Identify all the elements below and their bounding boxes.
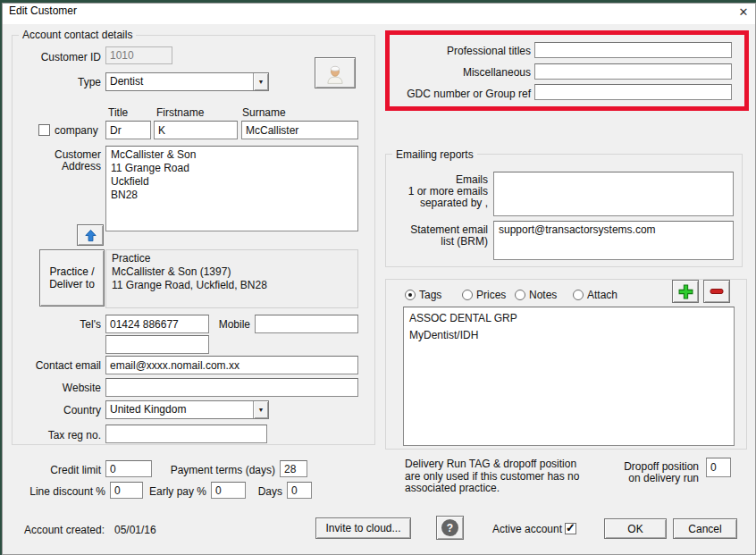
ok-button[interactable]: OK — [604, 518, 667, 539]
attach-radio-label[interactable]: Attach — [587, 290, 617, 301]
credit-limit-field[interactable] — [105, 460, 152, 477]
active-account-label: Active account — [492, 524, 562, 535]
chevron-down-icon[interactable]: ▼ — [253, 401, 268, 418]
website-label: Website — [21, 383, 101, 394]
contact-email-label: Contact email — [21, 360, 101, 372]
type-label: Type — [21, 77, 101, 88]
notes-radio-label[interactable]: Notes — [529, 290, 557, 301]
practice-info-panel: Practice McCallister & Son (1397) 11 Gra… — [105, 249, 358, 308]
emails-field[interactable] — [493, 172, 734, 216]
miscellaneous-field[interactable] — [534, 63, 732, 80]
minus-icon — [709, 285, 725, 298]
chevron-down-icon[interactable]: ▼ — [253, 73, 268, 90]
credit-limit-label: Credit limit — [21, 465, 101, 476]
title-column-label: Title — [108, 107, 128, 119]
copy-address-up-button[interactable] — [77, 224, 104, 246]
notes-radio[interactable] — [515, 290, 525, 300]
arrow-up-icon — [84, 229, 97, 242]
professional-titles-field[interactable] — [534, 42, 732, 58]
emailing-reports-group-label: Emailing reports — [392, 148, 477, 161]
prices-radio[interactable] — [462, 290, 473, 300]
tags-list[interactable]: ASSOC DENTAL GRP MyDentist/IDH — [403, 307, 735, 446]
title-bar — [3, 4, 755, 24]
practice-deliver-to-button[interactable]: Practice / Deliver to — [39, 249, 105, 307]
dialog-title: Edit Customer — [9, 4, 77, 17]
invite-to-cloud-button[interactable]: Invite to cloud... — [315, 517, 411, 539]
cancel-button[interactable]: Cancel — [673, 518, 737, 539]
statement-email-label: Statement email list (BRM) — [390, 224, 488, 248]
company-checkbox[interactable] — [38, 124, 50, 136]
dropoff-position-label: Dropoff position on delivery run — [609, 461, 699, 484]
account-created-label: Account created: — [24, 525, 105, 536]
delivery-note: Delivery Run TAG & dropoff position are … — [405, 458, 579, 495]
dropoff-position-field[interactable] — [706, 458, 731, 477]
miscellaneous-label: Miscellaneous — [397, 67, 531, 79]
firstname-column-label: Firstname — [156, 107, 204, 119]
account-created-value: 05/01/16 — [114, 525, 156, 536]
line-discount-label: Line discount % — [21, 486, 105, 498]
firstname-field[interactable] — [154, 121, 238, 139]
customer-id-field — [105, 46, 172, 64]
tags-radio-label[interactable]: Tags — [419, 290, 441, 301]
tels-label: Tel's — [21, 319, 101, 331]
company-label: company — [55, 125, 98, 137]
edit-customer-dialog-screen: Edit Customer ✕ Account contact details … — [0, 0, 756, 555]
days-field[interactable] — [287, 482, 312, 499]
mobile-field[interactable] — [255, 315, 358, 333]
payment-terms-label: Payment terms (days) — [168, 465, 275, 476]
avatar-button[interactable] — [315, 57, 356, 88]
professional-titles-label: Professional titles — [397, 46, 531, 57]
type-selected-value: Dentist — [106, 73, 253, 90]
emails-label: Emails 1 or more emails separated by , — [390, 174, 488, 209]
country-dropdown[interactable]: United Kingdom ▼ — [105, 400, 269, 419]
gdc-number-label: GDC number or Group ref — [397, 88, 531, 100]
early-pay-label: Early pay % — [148, 486, 206, 498]
mobile-label: Mobile — [214, 319, 250, 331]
customer-address-field[interactable]: McCallister & Son 11 Grange Road Uckfiel… — [105, 146, 358, 231]
tags-radio[interactable] — [405, 290, 416, 300]
plus-icon — [678, 284, 693, 299]
customer-id-label: Customer ID — [21, 52, 101, 63]
attach-radio[interactable] — [573, 290, 584, 300]
country-label: Country — [21, 405, 101, 416]
close-icon[interactable]: ✕ — [735, 4, 752, 21]
type-dropdown[interactable]: Dentist ▼ — [105, 72, 269, 91]
person-avatar-icon — [323, 62, 347, 85]
gdc-number-field[interactable] — [534, 84, 732, 100]
country-selected-value: United Kingdom — [106, 401, 253, 418]
early-pay-field[interactable] — [211, 482, 246, 499]
tax-reg-label: Tax reg no. — [21, 430, 101, 441]
surname-column-label: Surname — [242, 107, 286, 119]
customer-address-label: Customer Address — [21, 149, 101, 172]
days-label: Days — [256, 486, 282, 498]
name-title-field[interactable] — [105, 121, 151, 139]
remove-tag-button[interactable] — [703, 280, 730, 303]
tel1-field[interactable] — [105, 315, 209, 333]
website-field[interactable] — [105, 378, 358, 397]
payment-terms-field[interactable] — [280, 460, 307, 477]
statement-email-field[interactable]: support@transactorsystems.com — [493, 221, 734, 260]
list-item[interactable]: ASSOC DENTAL GRP — [409, 310, 728, 327]
account-contact-group-label: Account contact details — [19, 29, 136, 41]
help-button[interactable]: ? — [436, 516, 464, 540]
line-discount-field[interactable] — [110, 482, 143, 499]
prices-radio-label[interactable]: Prices — [476, 290, 506, 301]
tax-reg-field[interactable] — [105, 425, 267, 443]
surname-field[interactable] — [241, 121, 358, 139]
question-mark-icon: ? — [441, 519, 458, 536]
list-item[interactable]: MyDentist/IDH — [409, 327, 728, 344]
tel2-field[interactable] — [105, 335, 209, 354]
active-account-checkbox[interactable] — [565, 523, 576, 534]
contact-email-field[interactable] — [105, 356, 358, 374]
add-tag-button[interactable] — [672, 280, 699, 303]
